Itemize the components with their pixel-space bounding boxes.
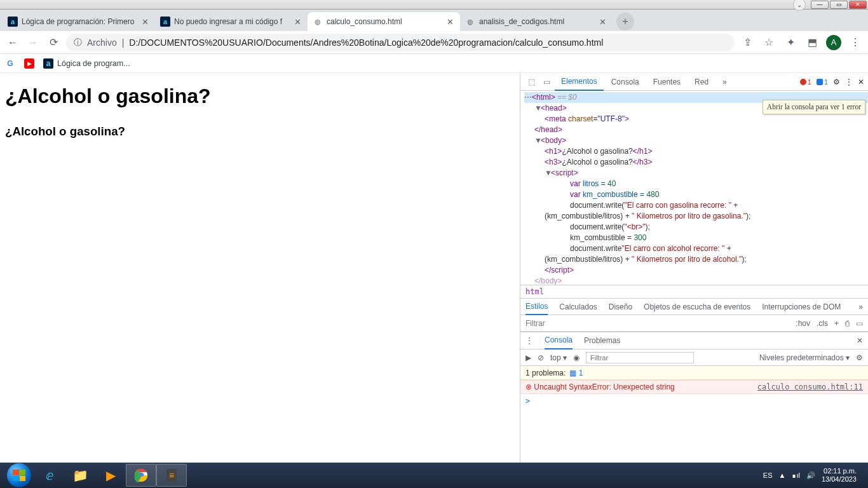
window-minimize[interactable]: — [811, 1, 829, 9]
address-bar[interactable]: ⓘ Archivo | D:/DOCUMENTOS%20USUARIO/Docu… [66, 34, 735, 51]
device-toggle-icon[interactable]: ▭ [539, 78, 553, 86]
styles-filter-input[interactable] [526, 319, 790, 328]
cls-toggle[interactable]: .cls [817, 319, 828, 328]
windows-taskbar: ⅇ 📁 ▶ ≡ ES ▲ ∎ıl 🔊 02:11 p.m. 13/04/2023 [0, 463, 868, 488]
taskbar-explorer[interactable]: 📁 [65, 464, 95, 487]
devtools-tabs: ⬚ ▭ Elementos Consola Fuentes Red » 1 1 … [520, 73, 868, 91]
error-count[interactable]: 1 [800, 78, 811, 86]
tray-clock[interactable]: 02:11 p.m. 13/04/2023 [822, 467, 857, 484]
error-source-link[interactable]: calculo consumo.html:11 [757, 383, 863, 391]
alura-favicon: a [160, 17, 170, 27]
tab-dom-breakpoints[interactable]: Interrupciones de DOM [762, 302, 841, 311]
issue-count[interactable]: 1 [817, 78, 828, 86]
tab-fuentes[interactable]: Fuentes [647, 73, 687, 91]
device-icon[interactable]: ⎙ [845, 319, 850, 328]
drawer-tab-consola[interactable]: Consola [545, 332, 573, 349]
new-tab-button[interactable]: + [616, 13, 634, 30]
nav-forward[interactable]: → [25, 35, 41, 50]
tab-diseno[interactable]: Diseño [609, 302, 632, 311]
tray-up[interactable]: ▲ [779, 471, 786, 479]
tab-close[interactable]: ✕ [597, 17, 607, 27]
taskbar-ie[interactable]: ⅇ [34, 464, 65, 487]
tray-vol[interactable]: 🔊 [806, 471, 815, 480]
clear-console[interactable]: ⊘ [538, 353, 544, 362]
globe-favicon: ◍ [313, 17, 323, 27]
bookmark-youtube[interactable]: ▶ [24, 58, 34, 69]
console-prompt[interactable]: > [520, 394, 868, 408]
share-icon[interactable]: ⇪ [740, 35, 755, 50]
devtools-menu[interactable]: ⋮ [845, 78, 853, 86]
drawer-close[interactable]: ✕ [857, 336, 863, 345]
devtools-panel: ⬚ ▭ Elementos Consola Fuentes Red » 1 1 … [520, 73, 868, 463]
browser-tabstrip: a Lógica de programación: Primero ✕ a No… [0, 10, 868, 31]
os-titlebar: ⌄ — ▭ ✕ [0, 0, 868, 10]
globe-favicon: ◍ [465, 17, 475, 27]
tab-close[interactable]: ✕ [140, 17, 150, 27]
tray-lang[interactable]: ES [763, 471, 773, 479]
elements-tree[interactable]: Abrir la consola para ver 1 error ⋯<html… [520, 91, 868, 285]
console-toolbar: ▶ ⊘ top ▾ ◉ Niveles predeterminados ▾ ⚙ [520, 349, 868, 366]
styles-more[interactable]: » [858, 302, 863, 311]
problem-summary[interactable]: 1 problema: ▦ 1 [520, 366, 868, 380]
profile-avatar[interactable]: A [826, 35, 841, 50]
google-icon: G [5, 58, 15, 69]
nav-reload[interactable]: ⟳ [46, 35, 61, 50]
log-levels[interactable]: Niveles predeterminados ▾ [759, 353, 850, 362]
page-h1: ¿Alcohol o gasolina? [5, 85, 515, 108]
tab-close[interactable]: ✕ [445, 17, 455, 27]
taskbar-mediaplayer[interactable]: ▶ [95, 464, 126, 487]
update-icon[interactable]: ⬒ [804, 35, 820, 50]
alura-favicon: a [8, 17, 18, 27]
start-button[interactable] [4, 464, 34, 487]
console-error[interactable]: ⊗ Uncaught SyntaxError: Unexpected strin… [520, 380, 868, 394]
layout-icon[interactable]: ▭ [856, 319, 863, 328]
page-content: ¿Alcohol o gasolina? ¿Alcohol o gasolina… [0, 73, 520, 463]
new-style-rule[interactable]: + [834, 319, 839, 328]
window-maximize[interactable]: ▭ [830, 1, 848, 9]
tab-close[interactable]: ✕ [292, 17, 302, 27]
toolbar: ← → ⟳ ⓘ Archivo | D:/DOCUMENTOS%20USUARI… [0, 31, 868, 54]
star-icon[interactable]: ☆ [761, 35, 776, 50]
extensions-icon[interactable]: ✦ [783, 35, 798, 50]
url-sep: | [122, 37, 125, 48]
url-text: D:/DOCUMENTOS%20USUARIO/Documents/Andres… [129, 37, 603, 48]
console-sidebar-toggle[interactable]: ▶ [526, 353, 531, 362]
console-filter-input[interactable] [586, 352, 694, 363]
tab-elementos[interactable]: Elementos [555, 73, 604, 91]
console-settings[interactable]: ⚙ [856, 353, 863, 362]
tab-alura-2[interactable]: a No puedo ingresar a mi código f ✕ [155, 12, 308, 31]
settings-icon[interactable]: ⚙ [833, 78, 840, 86]
bookmark-google[interactable]: G [5, 58, 15, 69]
tab-calculo-consumo[interactable]: ◍ calculo_consumo.html ✕ [308, 12, 460, 31]
page-h3: ¿Alcohol o gasolina? [5, 125, 515, 139]
window-close[interactable]: ✕ [849, 1, 867, 9]
tab-estilos[interactable]: Estilos [526, 299, 548, 315]
error-tooltip: Abrir la consola para ver 1 error [763, 100, 865, 114]
devtools-close[interactable]: ✕ [858, 78, 864, 86]
live-expression[interactable]: ◉ [573, 353, 580, 362]
chrome-menu[interactable]: ⋮ [848, 35, 863, 50]
bookmark-alura[interactable]: aLógica de program... [43, 58, 130, 69]
tab-analisis[interactable]: ◍ analisis_de_codigos.html ✕ [460, 12, 613, 31]
nav-back[interactable]: ← [5, 35, 20, 50]
tab-title: calculo_consumo.html [327, 17, 441, 26]
taskbar-chrome[interactable] [126, 464, 156, 487]
url-scheme: Archivo [87, 37, 117, 48]
tab-calculados[interactable]: Calculados [559, 302, 597, 311]
taskbar-sublime[interactable]: ≡ [156, 464, 187, 487]
tray-net[interactable]: ∎ıl [792, 471, 800, 480]
hov-toggle[interactable]: :hov [796, 319, 810, 328]
tab-title: No puedo ingresar a mi código f [174, 17, 288, 26]
context-selector[interactable]: top ▾ [550, 353, 567, 362]
tab-listeners[interactable]: Objetos de escucha de eventos [644, 302, 750, 311]
tab-red[interactable]: Red [688, 73, 715, 91]
tab-alura-1[interactable]: a Lógica de programación: Primero ✕ [3, 12, 155, 31]
tabs-more[interactable]: » [716, 73, 733, 91]
drawer-tab-problemas[interactable]: Problemas [584, 336, 620, 345]
tab-consola[interactable]: Consola [605, 73, 646, 91]
site-info-icon[interactable]: ⓘ [74, 37, 82, 48]
breadcrumb[interactable]: html [520, 285, 868, 299]
inspect-icon[interactable]: ⬚ [524, 78, 538, 86]
drawer-menu[interactable]: ⋮ [526, 336, 533, 345]
tab-title: analisis_de_codigos.html [479, 17, 593, 26]
